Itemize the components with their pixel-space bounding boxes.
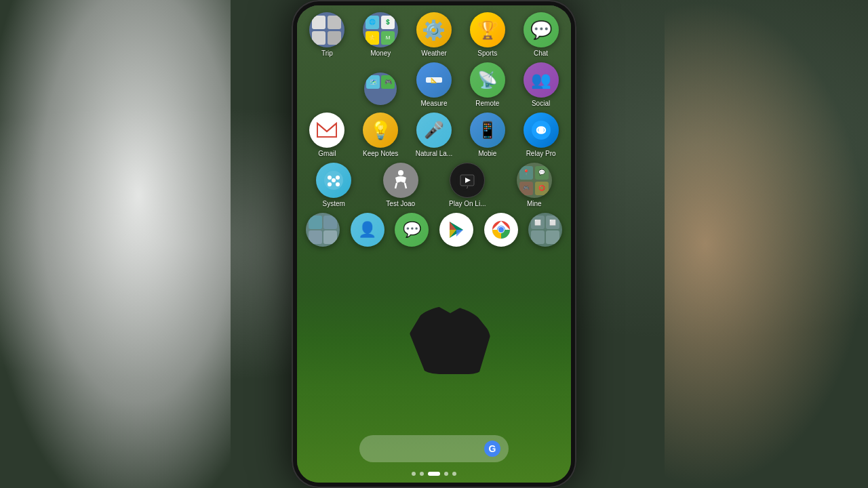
weather-icon: ⚙️ [416,12,452,47]
system-icon [316,163,351,198]
app-folder2[interactable]: 🗺️ 🎮 [356,73,405,107]
app-natural[interactable]: 🎤 Natural La... [410,113,458,157]
app-row-4: System Test Joao [300,163,568,207]
sports-label: Sports [477,49,497,57]
remote-icon: 📡 [470,62,505,98]
app-row-1: Trip 🌐 💲 ⭐ M Money ⚙️ Weather [300,12,568,57]
app-keepnotes[interactable]: 💡 Keep Notes [356,113,405,157]
google-search-bar[interactable]: G [359,435,509,462]
left-blur [0,0,231,488]
nav-dot-1 [412,472,416,476]
svg-marker-19 [456,230,463,237]
mobie-icon: 📱 [470,113,505,148]
app-mobie[interactable]: 📱 Mobie [463,113,512,157]
weather-label: Weather [421,49,447,57]
gmail-label: Gmail [318,150,336,157]
money-label: Money [370,49,391,57]
svg-text:♪: ♪ [467,185,469,189]
sports-icon: 🏆 [470,12,505,47]
svg-point-6 [328,176,332,180]
nav-dots [412,472,456,476]
right-blur [665,0,868,488]
phone-dock: G [297,435,571,462]
app-gmail[interactable]: Gmail [302,113,351,157]
svg-point-8 [328,182,332,186]
playonli-label: Play On Li... [449,200,486,207]
measure-icon: 📐 [416,62,452,98]
keepnotes-label: Keep Notes [363,150,398,157]
gmail-icon [309,113,344,148]
relaypro-label: Relay Pro [526,150,556,157]
app-row-5: 👤 💬 [300,213,568,249]
playonli-icon: ♪ [450,163,485,198]
testjoao-label: Test Joao [386,200,415,207]
testjoao-icon [383,163,418,198]
app-contacts[interactable]: 👤 [345,213,390,249]
app-system[interactable]: System [309,163,358,207]
svg-point-7 [336,176,340,180]
system-label: System [323,200,345,207]
svg-point-11 [398,170,403,176]
app-social[interactable]: 👥 Social [517,62,566,107]
measure-label: Measure [421,100,448,107]
social-icon: 👥 [524,62,559,98]
remote-label: Remote [475,100,499,107]
keepnotes-icon: 💡 [363,113,398,148]
app-playonli[interactable]: ♪ Play On Li... [443,163,492,207]
app-playstore[interactable] [434,213,479,249]
google-assistant-button[interactable]: G [484,441,500,457]
svg-text:📐: 📐 [431,77,437,83]
chat-icon: 💬 [524,12,559,47]
messages-icon: 💬 [395,213,429,247]
money-icon: 🌐 💲 ⭐ M [363,12,398,47]
nav-dot-2 [420,472,424,476]
app-testjoao[interactable]: Test Joao [376,163,425,207]
folder4-icon: ⬜ ⬜ [528,213,562,247]
nav-dot-4 [444,472,448,476]
app-row-3: Gmail 💡 Keep Notes 🎤 Natural La... 📱 Mob… [300,113,568,157]
svg-point-23 [498,227,504,232]
trip-label: Trip [321,49,333,57]
app-folder4[interactable]: ⬜ ⬜ [523,213,568,249]
contacts-icon: 👤 [351,213,384,247]
social-label: Social [532,100,550,107]
phone-frame: Trip 🌐 💲 ⭐ M Money ⚙️ Weather [292,0,576,488]
app-row-2: 🗺️ 🎮 📐 Measure [300,62,568,107]
natural-label: Natural La... [416,150,452,157]
nav-dot-5 [452,472,456,476]
svg-point-10 [332,178,336,182]
mine-label: Mine [527,200,542,207]
app-folder3[interactable] [300,213,345,249]
app-relaypro[interactable]: Relay Pro [517,113,566,157]
folder3-icon [306,213,340,247]
natural-icon: 🎤 [416,113,452,148]
app-measure[interactable]: 📐 Measure [410,62,458,107]
mine-icon: 📍 💬 🎮 ⭕ [517,163,552,198]
folder2-icon: 🗺️ 🎮 [364,73,397,105]
app-money[interactable]: 🌐 💲 ⭐ M Money [356,12,405,57]
app-sports[interactable]: 🏆 Sports [463,12,512,57]
chrome-icon [484,213,518,247]
svg-point-4 [538,127,544,133]
app-mine[interactable]: 📍 💬 🎮 ⭕ Mine [510,163,559,207]
app-chat[interactable]: 💬 Chat [517,12,566,57]
nav-dot-3 [428,472,440,476]
app-grid: Trip 🌐 💲 ⭐ M Money ⚙️ Weather [297,5,571,261]
app-chrome[interactable] [479,213,524,249]
phone-screen: Trip 🌐 💲 ⭐ M Money ⚙️ Weather [297,5,571,483]
app-weather[interactable]: ⚙️ Weather [410,12,458,57]
chat-label: Chat [534,49,548,57]
svg-point-9 [336,182,340,186]
app-trip[interactable]: Trip [302,12,351,57]
playstore-icon [439,213,473,247]
trip-icon [309,12,344,47]
app-messages[interactable]: 💬 [389,213,434,249]
app-remote[interactable]: 📡 Remote [463,62,512,107]
mobie-label: Mobie [478,150,496,157]
relaypro-icon [524,113,559,148]
